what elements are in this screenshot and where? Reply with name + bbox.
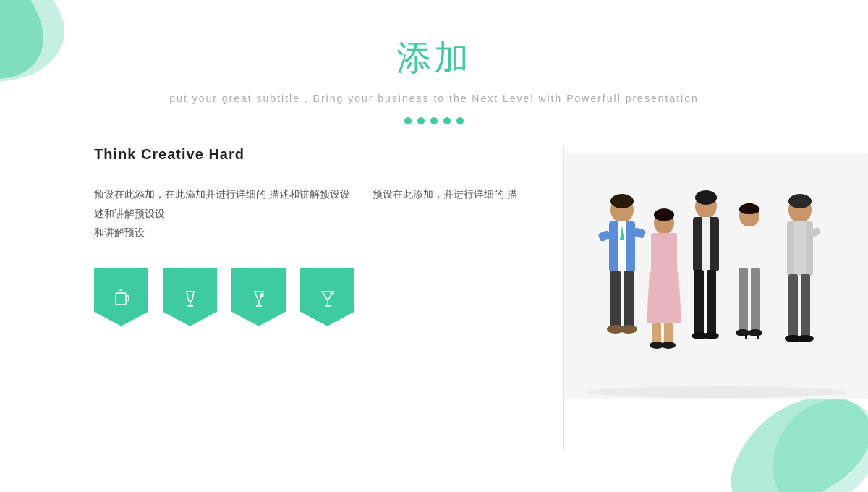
dot-3 bbox=[430, 117, 438, 124]
dot-2 bbox=[417, 117, 425, 124]
section-title: Think Creative Hard bbox=[94, 146, 520, 163]
svg-rect-53 bbox=[788, 274, 798, 338]
svg-rect-43 bbox=[751, 268, 760, 333]
svg-point-56 bbox=[796, 335, 814, 342]
svg-point-31 bbox=[661, 342, 676, 349]
svg-rect-54 bbox=[801, 274, 810, 338]
cocktail-icon-badge bbox=[231, 268, 286, 326]
svg-rect-0 bbox=[116, 293, 126, 305]
left-panel: Think Creative Hard 预设在此添加，在此添加并进行详细的 描述… bbox=[0, 146, 564, 450]
svg-rect-22 bbox=[624, 271, 634, 328]
svg-point-15 bbox=[610, 194, 634, 208]
svg-rect-27 bbox=[651, 233, 677, 273]
wine-icon-badge bbox=[163, 268, 217, 326]
svg-rect-42 bbox=[739, 268, 748, 333]
page-title: 添加 bbox=[0, 35, 868, 81]
right-panel bbox=[564, 146, 868, 450]
dot-1 bbox=[404, 117, 412, 124]
svg-rect-21 bbox=[610, 271, 621, 328]
svg-point-13 bbox=[586, 386, 846, 398]
description-text: 预设在此添加，在此添加并进行详细的 描述和讲解预设设 预设在此添加，并进行详细的… bbox=[94, 184, 520, 242]
svg-point-33 bbox=[695, 190, 717, 205]
svg-point-24 bbox=[620, 325, 637, 334]
dot-5 bbox=[456, 117, 464, 124]
svg-point-49 bbox=[788, 194, 812, 208]
svg-rect-41 bbox=[737, 226, 762, 269]
main-content: Think Creative Hard 预设在此添加，在此添加并进行详细的 描述… bbox=[0, 146, 868, 450]
svg-rect-47 bbox=[757, 333, 760, 339]
svg-point-26 bbox=[654, 208, 674, 221]
svg-rect-51 bbox=[794, 221, 806, 276]
header-section: 添加 put your great subtitle , Bring your … bbox=[0, 0, 868, 124]
svg-rect-45 bbox=[745, 333, 747, 339]
subtitle-text: put your great subtitle , Bring your bus… bbox=[0, 93, 868, 104]
icons-row bbox=[94, 268, 520, 326]
svg-rect-35 bbox=[702, 217, 710, 271]
martini-icon-badge bbox=[300, 268, 354, 326]
svg-point-39 bbox=[703, 332, 719, 339]
dots-indicator bbox=[0, 117, 868, 124]
svg-rect-28 bbox=[652, 323, 661, 344]
svg-rect-37 bbox=[707, 270, 716, 335]
svg-rect-36 bbox=[694, 270, 704, 335]
dot-4 bbox=[443, 117, 451, 124]
people-illustration bbox=[564, 153, 868, 399]
coffee-icon-badge bbox=[94, 268, 148, 326]
svg-point-46 bbox=[748, 329, 762, 336]
people-image bbox=[564, 153, 868, 399]
svg-rect-29 bbox=[664, 323, 673, 344]
